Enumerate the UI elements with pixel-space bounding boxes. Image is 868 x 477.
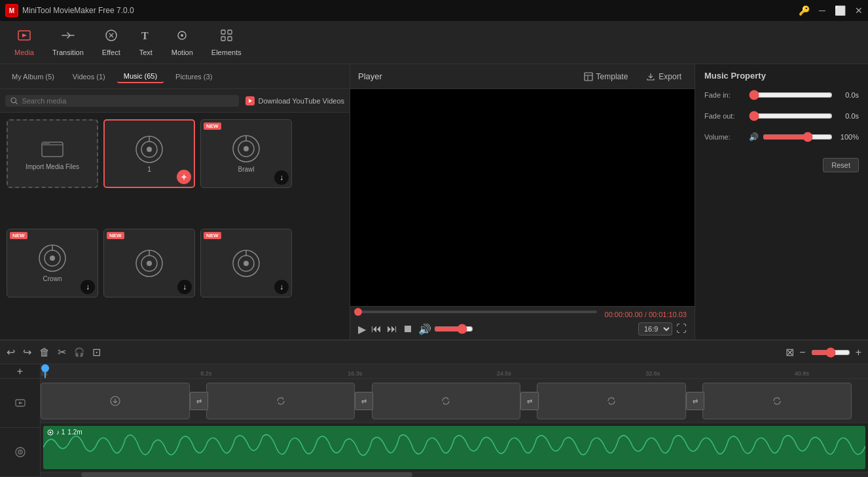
playhead-handle[interactable] xyxy=(41,364,49,372)
audio-track: ♪ 1 1.2m xyxy=(41,423,868,472)
fade-in-label: Fade in: xyxy=(704,91,744,99)
add-to-timeline-button[interactable]: + xyxy=(177,170,191,184)
titlebar-left: M MiniTool MovieMaker Free 7.0.0 xyxy=(5,4,134,17)
template-button[interactable]: Template xyxy=(579,70,634,83)
stop-button[interactable]: ⏹ xyxy=(403,323,413,335)
import-media-card[interactable]: Import Media Files xyxy=(7,119,98,188)
add-track-button[interactable]: + xyxy=(0,364,40,379)
volume-label: Volume: xyxy=(704,133,744,141)
toolbar-motion[interactable]: Motion xyxy=(162,26,202,59)
close-button[interactable]: ✕ xyxy=(855,5,863,16)
download-button[interactable]: ↓ xyxy=(81,280,95,294)
search-icon xyxy=(10,97,18,105)
music-card-1[interactable]: + 1 xyxy=(103,119,195,188)
cut-button[interactable]: ✂ xyxy=(58,346,66,358)
main-area: My Album (5) Videos (1) Music (65) Pictu… xyxy=(0,64,868,339)
video-clip-3[interactable] xyxy=(372,383,521,419)
zoom-out-button[interactable]: − xyxy=(799,347,805,358)
prev-button[interactable]: ⏮ xyxy=(371,323,382,335)
audio-track-label[interactable] xyxy=(0,428,40,477)
fade-out-slider[interactable] xyxy=(749,111,833,121)
restore-button[interactable]: ⬜ xyxy=(835,5,846,16)
transition-3[interactable]: ⇄ xyxy=(520,392,539,410)
zoom-slider[interactable] xyxy=(811,347,850,358)
controls-right: 16:9 9:16 4:3 1:1 ⛶ xyxy=(638,322,687,335)
toolbar-media[interactable]: Media xyxy=(5,26,43,59)
transition-2[interactable]: ⇄ xyxy=(355,392,373,410)
aspect-ratio-select[interactable]: 16:9 9:16 4:3 1:1 xyxy=(638,322,672,335)
elements-icon xyxy=(219,28,234,46)
ruler-mark-4: 32.6s xyxy=(645,370,660,377)
volume-prop-slider[interactable] xyxy=(763,132,833,142)
volume-prop-value: 100% xyxy=(838,133,859,141)
download-button[interactable]: ↓ xyxy=(177,280,192,294)
yt-download-button[interactable]: Download YouTube Videos xyxy=(245,96,345,105)
svg-text:T: T xyxy=(141,30,149,41)
music-icon xyxy=(47,429,54,436)
music-card-extra1[interactable]: NEW ↓ xyxy=(103,229,195,297)
player-header: Player Template Export xyxy=(350,64,695,89)
toolbar-text[interactable]: T Text xyxy=(130,26,162,59)
crop-button[interactable]: ⊡ xyxy=(92,346,101,358)
ruler-mark-3: 24.5s xyxy=(497,370,511,377)
key-icon[interactable]: 🔑 xyxy=(799,5,810,16)
fullscreen-button[interactable]: ⛶ xyxy=(676,323,687,335)
toolbar-elements[interactable]: Elements xyxy=(202,26,251,59)
audio-waveform[interactable]: ♪ 1 1.2m xyxy=(43,426,865,469)
timeline-scrollbar[interactable] xyxy=(41,472,868,477)
music-card-extra2[interactable]: NEW ↓ xyxy=(200,229,292,297)
crown-label: Crown xyxy=(43,275,62,282)
svg-point-35 xyxy=(244,261,249,266)
media-label: Media xyxy=(14,48,34,56)
tab-videos[interactable]: Videos (1) xyxy=(66,71,112,83)
playhead[interactable] xyxy=(45,364,46,378)
new-badge: NEW xyxy=(204,232,221,239)
transition-4[interactable]: ⇄ xyxy=(686,392,704,410)
music-note-icon xyxy=(232,134,261,163)
progress-bar[interactable] xyxy=(358,311,597,313)
split-icon[interactable]: ⊠ xyxy=(786,346,794,358)
svg-rect-7 xyxy=(221,30,225,34)
toolbar-effect[interactable]: Effect xyxy=(93,26,130,59)
controls-row: ▶ ⏮ ⏭ ⏹ 🔊 16:9 9:16 4:3 1:1 xyxy=(358,322,687,335)
volume-control: 🔊 xyxy=(418,323,473,335)
titlebar-controls: 🔑 ─ ⬜ ✕ xyxy=(799,5,863,16)
volume-slider[interactable] xyxy=(434,324,473,334)
next-button[interactable]: ⏭ xyxy=(387,323,397,335)
music-track-icon xyxy=(14,446,26,458)
audio-button[interactable]: 🎧 xyxy=(74,347,84,357)
zoom-in-button[interactable]: + xyxy=(856,347,861,358)
tab-my-album[interactable]: My Album (5) xyxy=(5,71,61,83)
undo-button[interactable]: ↩ xyxy=(7,346,15,358)
music-card-brawl[interactable]: NEW ↓ Brawl xyxy=(200,119,292,188)
delete-button[interactable]: 🗑 xyxy=(39,347,50,358)
video-clip-2[interactable] xyxy=(206,383,355,419)
export-button[interactable]: Export xyxy=(641,70,687,83)
video-area xyxy=(350,89,695,306)
tab-music[interactable]: Music (65) xyxy=(117,70,164,83)
video-track-label[interactable] xyxy=(0,379,40,428)
video-clip-main[interactable] xyxy=(41,383,190,419)
search-input[interactable] xyxy=(22,97,233,105)
reset-button[interactable]: Reset xyxy=(823,158,859,172)
download-button[interactable]: ↓ xyxy=(274,170,289,185)
effect-icon xyxy=(104,28,118,46)
fade-in-slider[interactable] xyxy=(749,90,833,100)
play-button[interactable]: ▶ xyxy=(358,323,366,335)
video-clip-5[interactable] xyxy=(702,383,852,419)
progress-handle[interactable] xyxy=(354,308,362,316)
search-input-wrap[interactable] xyxy=(5,95,239,107)
music-note-icon xyxy=(38,244,67,273)
volume-icon[interactable]: 🔊 xyxy=(418,323,431,335)
transition-1[interactable]: ⇄ xyxy=(190,392,208,410)
download-button[interactable]: ↓ xyxy=(274,280,289,294)
toolbar-transition[interactable]: Transition xyxy=(43,26,93,59)
scrollbar-thumb[interactable] xyxy=(81,472,412,477)
music-card-crown[interactable]: NEW ↓ Crown xyxy=(7,229,98,297)
text-icon: T xyxy=(139,28,153,46)
tab-pictures[interactable]: Pictures (3) xyxy=(169,71,219,83)
minimize-button[interactable]: ─ xyxy=(819,5,825,16)
video-clip-4[interactable] xyxy=(537,383,686,419)
redo-button[interactable]: ↪ xyxy=(23,346,31,358)
timeline-ruler: 0s 8.2s 16.3s 24.5s 32.6s 40.8s xyxy=(41,364,868,379)
